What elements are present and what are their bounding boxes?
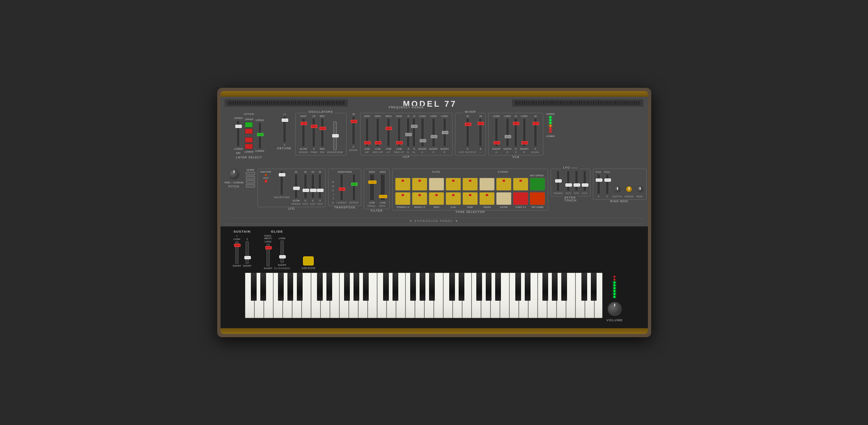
tone-btn-b4[interactable] [445, 192, 461, 205]
unison-button[interactable] [303, 256, 314, 265]
pitch-knob[interactable] [228, 169, 240, 180]
black-key[interactable] [542, 273, 548, 301]
pwm-track[interactable] [312, 118, 315, 147]
volume-knob[interactable] [608, 302, 622, 316]
filter-res-track[interactable] [380, 174, 385, 201]
black-key[interactable] [429, 273, 435, 301]
black-key[interactable] [486, 273, 491, 301]
filter-freq-track[interactable] [370, 174, 374, 201]
black-key[interactable] [354, 273, 359, 301]
at-vcf-track[interactable] [575, 171, 578, 191]
tone-btn-b1[interactable] [395, 192, 411, 205]
black-key[interactable] [278, 273, 284, 301]
tone-btn-b8[interactable] [513, 192, 528, 205]
tone-btn-b2[interactable] [412, 192, 427, 205]
hp-track[interactable] [365, 118, 369, 147]
lower-slider[interactable] [258, 122, 262, 149]
tone-btn-b3[interactable] [429, 192, 444, 205]
black-key[interactable] [344, 273, 350, 301]
at-vca-track[interactable] [583, 171, 586, 191]
noise-wave2[interactable] [246, 176, 255, 179]
sustain-track1[interactable] [235, 241, 239, 264]
speed-track[interactable] [302, 118, 305, 147]
il-track[interactable] [406, 118, 410, 147]
mixer-track1[interactable] [466, 118, 469, 147]
tone-btn-b7[interactable] [496, 192, 512, 205]
vcf-r-track[interactable] [443, 118, 446, 147]
tone-btn-s8[interactable] [513, 178, 528, 191]
tone-btn-init-lower[interactable] [530, 192, 545, 205]
rm-depth-knob[interactable] [614, 185, 621, 193]
white-key[interactable] [434, 273, 443, 318]
black-key[interactable] [287, 273, 293, 301]
rm-mod-knob[interactable] [636, 185, 644, 193]
tone-btn-b5[interactable] [462, 192, 478, 205]
noise-wave1[interactable] [246, 172, 255, 175]
pw-track[interactable] [321, 118, 324, 147]
mix-slider-upper[interactable] [237, 120, 240, 147]
noise-wave4[interactable] [246, 184, 255, 187]
layer-upper-btn2[interactable] [245, 128, 253, 134]
lfo-vca-track[interactable] [318, 174, 321, 199]
black-key[interactable] [591, 273, 597, 301]
lfo-vcf-track[interactable] [311, 174, 315, 199]
res-lp-track[interactable] [397, 118, 401, 147]
at-speed-track[interactable] [556, 171, 560, 191]
detune-slider[interactable] [283, 116, 286, 143]
glissando-track[interactable] [280, 240, 284, 263]
tone-btn-init-upper[interactable] [530, 178, 545, 191]
tone-btn-b6[interactable] [479, 192, 495, 205]
white-key[interactable] [566, 273, 575, 318]
vca-s-track[interactable] [514, 118, 517, 147]
black-key[interactable] [476, 273, 482, 301]
black-key[interactable] [383, 273, 389, 301]
black-key[interactable] [581, 273, 587, 301]
black-key[interactable] [552, 273, 558, 301]
vcf-d-track[interactable] [432, 118, 435, 147]
tone-btn-s1[interactable] [395, 178, 411, 191]
vca-d-track[interactable] [506, 118, 509, 147]
black-key[interactable] [525, 273, 530, 301]
transpose-lower-track[interactable] [340, 174, 343, 201]
white-key[interactable] [302, 273, 311, 318]
black-key[interactable] [495, 273, 501, 301]
sustain-track2[interactable] [246, 241, 249, 264]
vca-r-track[interactable] [523, 118, 526, 147]
black-key[interactable] [251, 273, 257, 301]
black-key[interactable] [393, 273, 398, 301]
res-hp-track[interactable] [376, 118, 379, 147]
noise-track[interactable] [352, 116, 355, 145]
transpose-upper-track[interactable] [352, 174, 356, 201]
rm-a-track[interactable] [597, 174, 600, 194]
white-key[interactable] [368, 273, 377, 318]
vca-level-track[interactable] [534, 118, 537, 147]
white-key[interactable] [500, 273, 509, 318]
tone-btn-s7[interactable] [496, 178, 512, 191]
noise-wave3[interactable] [246, 180, 255, 183]
black-key[interactable] [326, 273, 332, 301]
black-key[interactable] [459, 273, 464, 301]
tone-btn-s5[interactable] [462, 178, 478, 191]
lp-track[interactable] [387, 118, 390, 147]
rm-speed-knob[interactable] [625, 185, 633, 193]
black-key[interactable] [410, 273, 416, 301]
tone-btn-s6[interactable] [479, 178, 495, 191]
layer-upper-btn1[interactable] [245, 122, 253, 128]
black-key[interactable] [297, 273, 303, 301]
layer-lower-btn2[interactable] [245, 144, 253, 149]
al-track[interactable] [412, 118, 416, 147]
rm-d-track[interactable] [606, 174, 609, 194]
lfo-waveform-track[interactable] [280, 171, 283, 195]
layer-lower-btn1[interactable] [245, 137, 253, 143]
tone-btn-s2[interactable] [412, 178, 427, 191]
piano-keyboard[interactable] [245, 273, 602, 322]
expansion-panel-bar[interactable]: ▼ EXPANSION PANEL ▼ [225, 218, 644, 224]
black-key[interactable] [515, 273, 521, 301]
black-key[interactable] [420, 273, 425, 301]
portamento-track[interactable] [266, 244, 270, 266]
at-vco-track[interactable] [567, 171, 570, 191]
waveform-track[interactable] [333, 121, 337, 150]
mixer-track2[interactable] [479, 118, 482, 147]
lfo-vco-track[interactable] [304, 174, 307, 199]
black-key[interactable] [260, 273, 266, 301]
